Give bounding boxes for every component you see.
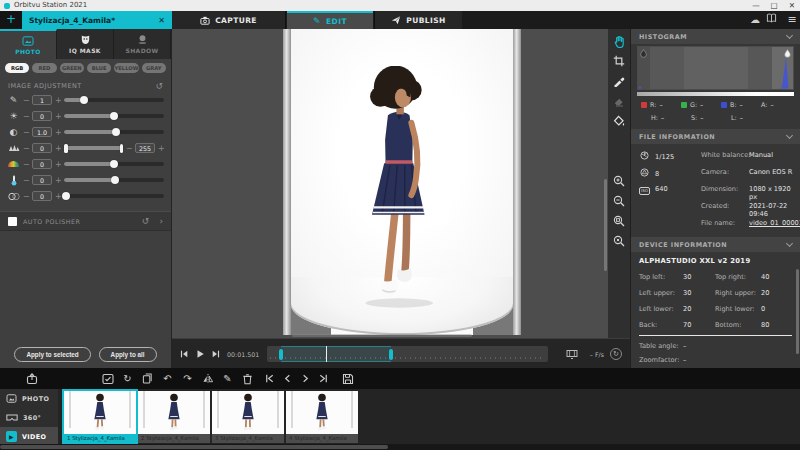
first-item-icon[interactable]	[262, 371, 277, 386]
sharpen-value[interactable]: 1	[32, 95, 52, 105]
fill-bucket-tool[interactable]	[612, 114, 626, 128]
black-point-droplet-icon[interactable]	[640, 49, 647, 58]
tab-photo[interactable]: PHOTO	[0, 29, 57, 59]
project-tab-close-icon[interactable]: ✕	[158, 16, 165, 25]
levels-max-increase-button[interactable]: +	[158, 144, 164, 153]
auto-polisher-expand-icon[interactable]: ›	[159, 216, 163, 226]
sharpen-increase-button[interactable]: +	[55, 96, 61, 105]
channel-gray[interactable]: GRAY	[142, 63, 166, 73]
sharpen-slider[interactable]	[64, 98, 164, 102]
histogram-section-header[interactable]: HISTOGRAM	[631, 29, 800, 44]
thumbnail-4[interactable]: 4 Stylizacja_4_Kamila	[286, 391, 358, 443]
next-item-icon[interactable]	[298, 371, 313, 386]
channel-yellow[interactable]: YELLOW	[114, 63, 138, 73]
brightness-value[interactable]: 0	[32, 111, 52, 121]
tab-capture[interactable]: CAPTURE	[172, 11, 286, 29]
add-project-tab-button[interactable]: +	[0, 11, 22, 29]
brightness-increase-button[interactable]: +	[55, 112, 61, 121]
maximize-button[interactable]: □	[766, 0, 782, 11]
crop-rotate-tool[interactable]	[612, 54, 626, 68]
canvas-vertical-scrollbar[interactable]	[604, 179, 607, 271]
channel-rgb[interactable]: RGB	[5, 63, 29, 73]
auto-polisher-checkbox[interactable]	[8, 217, 17, 226]
contrast-value[interactable]: 1.0	[32, 127, 52, 137]
project-tab[interactable]: Stylizacja_4_Kamila* ✕	[22, 11, 172, 29]
duplicate-icon[interactable]	[140, 371, 155, 386]
tab-iq-mask[interactable]: IQ MASK	[57, 29, 114, 59]
eraser-tool[interactable]	[612, 94, 626, 108]
manual-book-icon[interactable]	[766, 13, 780, 27]
channel-blue[interactable]: BLUE	[87, 63, 111, 73]
saturation-decrease-button[interactable]: −	[23, 160, 29, 169]
canvas-horizontal-scrollbar[interactable]	[292, 334, 472, 337]
save-disk-icon[interactable]	[340, 371, 355, 386]
saturation-value[interactable]: 0	[32, 159, 52, 169]
tint-value[interactable]: 0	[32, 191, 52, 201]
close-button[interactable]: ✕	[784, 0, 800, 11]
tab-edit[interactable]: ✎ EDIT	[287, 11, 373, 29]
reset-adjustments-icon[interactable]: ↺	[155, 81, 163, 91]
brightness-slider[interactable]	[64, 114, 164, 118]
extract-frames-icon[interactable]	[566, 348, 578, 359]
right-panel-scrollbar[interactable]	[796, 269, 799, 354]
cloud-sync-icon[interactable]: ☁	[748, 13, 762, 27]
previous-item-icon[interactable]	[280, 371, 295, 386]
levels-min-decrease-button[interactable]: −	[23, 144, 29, 153]
sharpen-decrease-button[interactable]: −	[23, 96, 29, 105]
export-icon[interactable]	[24, 371, 39, 386]
delete-trash-icon[interactable]	[240, 371, 255, 386]
undo-icon[interactable]: ↶	[160, 371, 175, 386]
trim-out-handle[interactable]	[389, 349, 393, 360]
tab-shadow[interactable]: SHADOW	[114, 29, 171, 59]
apply-to-selected-button[interactable]: Apply to selected	[14, 347, 90, 362]
levels-max-value[interactable]: 255	[135, 143, 155, 153]
levels-min-increase-button[interactable]: +	[55, 144, 61, 153]
flip-horizontal-icon[interactable]	[200, 371, 215, 386]
temperature-increase-button[interactable]: +	[55, 176, 61, 185]
tint-slider[interactable]	[64, 194, 164, 198]
levels-min-value[interactable]: 0	[32, 143, 52, 153]
contrast-slider[interactable]	[64, 130, 164, 134]
temperature-value[interactable]: 0	[32, 175, 52, 185]
menu-hamburger-icon[interactable]: ≡	[785, 13, 799, 27]
channel-red[interactable]: RED	[32, 63, 56, 73]
device-info-section-header[interactable]: DEVICE INFORMATION	[631, 237, 800, 252]
brightness-decrease-button[interactable]: −	[23, 112, 29, 121]
zoom-in-icon[interactable]	[612, 174, 626, 188]
tab-publish[interactable]: PUBLISH	[374, 11, 462, 29]
trim-in-handle[interactable]	[279, 349, 283, 360]
tint-decrease-button[interactable]: −	[23, 192, 29, 201]
saturation-slider[interactable]	[64, 162, 164, 166]
temperature-decrease-button[interactable]: −	[23, 176, 29, 185]
zoom-fit-icon[interactable]	[612, 214, 626, 228]
channel-green[interactable]: GREEN	[60, 63, 84, 73]
white-point-droplet-icon[interactable]	[784, 49, 791, 58]
zoom-out-icon[interactable]	[612, 194, 626, 208]
thumbnail-2[interactable]: 2 Stylizacja_4_Kamila	[138, 391, 210, 443]
tint-increase-button[interactable]: +	[55, 192, 61, 201]
saturation-increase-button[interactable]: +	[55, 160, 61, 169]
thumbnail-3[interactable]: 3 Stylizacja_4_Kamila	[212, 391, 284, 443]
levels-slider[interactable]	[64, 146, 123, 150]
levels-max-decrease-button[interactable]: −	[126, 144, 132, 153]
loop-icon[interactable]: ↻	[610, 348, 622, 360]
redo-icon[interactable]: ↷	[180, 371, 195, 386]
media-type-360[interactable]: 360°	[0, 408, 58, 427]
previous-frame-button[interactable]	[178, 348, 190, 360]
mask-brush-tool[interactable]	[612, 74, 626, 88]
timeline-track[interactable]	[267, 346, 548, 362]
auto-polisher-reset-icon[interactable]: ↺	[142, 216, 150, 226]
refresh-icon[interactable]: ↻	[120, 371, 135, 386]
last-item-icon[interactable]	[316, 371, 331, 386]
file-info-section-header[interactable]: FILE INFORMATION	[631, 129, 800, 144]
thumbnail-1[interactable]: 1 Stylizacja_4_Kamila	[64, 391, 136, 443]
edit-pen-icon[interactable]: ✎	[220, 371, 235, 386]
zoom-reset-icon[interactable]	[612, 234, 626, 248]
edit-canvas[interactable]	[172, 29, 608, 338]
temperature-slider[interactable]	[64, 178, 164, 182]
gallery-scrollbar-thumb[interactable]	[0, 445, 388, 449]
media-type-photo[interactable]: PHOTO	[0, 389, 58, 408]
minimize-button[interactable]: —	[748, 0, 764, 11]
trim-region[interactable]	[281, 346, 391, 362]
playhead[interactable]	[326, 346, 327, 362]
